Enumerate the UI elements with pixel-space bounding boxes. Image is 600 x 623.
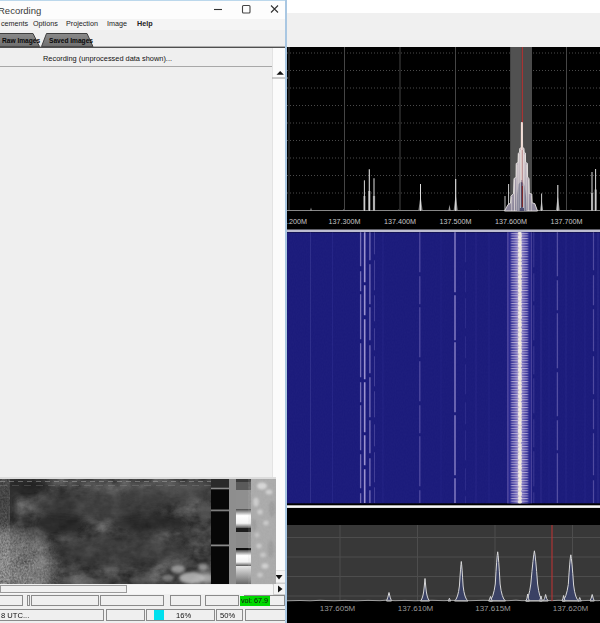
- svg-text:137.500M: 137.500M: [440, 217, 472, 226]
- svg-text:137.700M: 137.700M: [551, 217, 583, 226]
- svg-text:137.620M: 137.620M: [553, 604, 589, 613]
- svg-text:137.400M: 137.400M: [384, 217, 416, 226]
- svg-text:137.300M: 137.300M: [329, 217, 361, 226]
- svg-text:Raw Images: Raw Images: [2, 37, 40, 45]
- svg-text:137.605M: 137.605M: [320, 604, 356, 613]
- svg-text:137.600M: 137.600M: [495, 217, 527, 226]
- svg-text:137.610M: 137.610M: [398, 604, 434, 613]
- svg-text:137.615M: 137.615M: [475, 604, 511, 613]
- svg-text:Saved Images: Saved Images: [49, 37, 93, 45]
